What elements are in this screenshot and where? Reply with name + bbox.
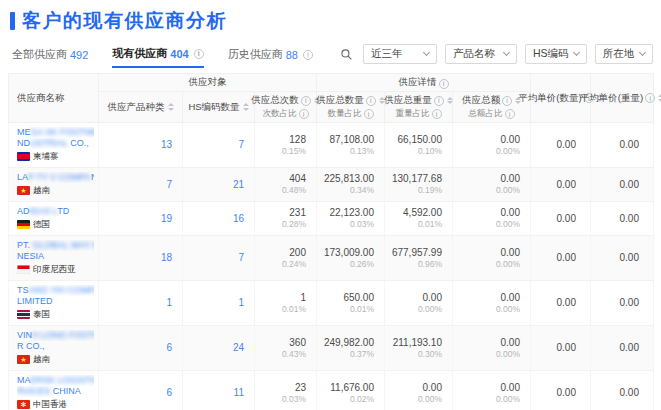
info-icon[interactable] (439, 79, 449, 89)
hs-count-link[interactable]: 1 (183, 280, 255, 325)
tab-label: 现有供应商 (112, 46, 167, 61)
supplier-country: 中国香港 (17, 399, 94, 410)
total-times-cell: 230.03% (255, 370, 317, 410)
info-icon[interactable] (432, 109, 442, 119)
sort-icon[interactable] (447, 97, 453, 105)
avg-price-qty-cell: 0.00 (531, 325, 591, 370)
location-select[interactable]: 所在地 (595, 44, 653, 64)
product-types-link[interactable]: 6 (99, 325, 183, 370)
product-types-link[interactable]: 6 (99, 370, 183, 410)
country-flag-icon (17, 355, 30, 364)
col-total-weight[interactable]: 供应总重量 重量占比 (385, 92, 453, 123)
info-icon[interactable] (645, 93, 655, 103)
supplier-name: PT. GLOBAL WAY INDO (17, 240, 94, 251)
info-icon[interactable] (303, 50, 313, 60)
hs-count-link[interactable]: 24 (183, 325, 255, 370)
product-types-link[interactable]: 7 (99, 167, 183, 201)
hs-count-link[interactable]: 16 (183, 201, 255, 235)
hs-count-link[interactable]: 11 (183, 370, 255, 410)
supplier-name-cell[interactable]: ADIDAS LTD德国 (9, 201, 99, 235)
toolbar: 全部供应商 492 现有供应商 404 历史供应商 88 近三年 产品名称 HS… (0, 34, 661, 68)
table-row[interactable]: LAP TY V COMPANY越南7214040.48%225,813.000… (9, 167, 654, 201)
product-name-value: 产品名称 (453, 47, 495, 61)
supplier-name-cell[interactable]: MAERSK LOGISTICS SERVICES CHINA中国香港 (9, 370, 99, 410)
product-name-select[interactable]: 产品名称 (445, 44, 517, 64)
tab-all-suppliers[interactable]: 全部供应商 492 (12, 46, 88, 68)
avg-price-qty-cell: 0.00 (531, 167, 591, 201)
tab-history-suppliers[interactable]: 历史供应商 88 (228, 46, 313, 68)
supplier-country: 越南 (17, 185, 94, 197)
hs-code-select[interactable]: HS编码 (525, 44, 587, 64)
info-icon[interactable] (299, 109, 309, 119)
total-weight-cell: 677,957.990.96% (385, 235, 453, 280)
chevron-down-icon (573, 49, 580, 56)
col-total-amount[interactable]: 供应总额 总额占比 (453, 92, 531, 123)
total-amount-cell: 0.000.00% (453, 201, 531, 235)
title-accent-bar (10, 12, 15, 30)
supplier-name: NDUSTRIAL CO., (17, 138, 94, 149)
avg-price-weight-cell: 0.00 (591, 167, 654, 201)
sort-icon[interactable] (515, 97, 521, 105)
total-weight-cell: 211,193.100.30% (385, 325, 453, 370)
info-icon[interactable] (434, 96, 444, 106)
col-total-times[interactable]: 供应总次数 次数占比 (255, 92, 317, 123)
supplier-name-cell[interactable]: MEGA SK FOOTWEAR INDUSTRIAL CO.,柬埔寨 (9, 123, 99, 168)
supplier-country: 泰国 (17, 309, 94, 321)
table-row[interactable]: TSANG YIH COMPANYLIMITED泰国1110.01%650.00… (9, 280, 654, 325)
total-qty-cell: 650.000.01% (317, 280, 385, 325)
time-range-select[interactable]: 近三年 (363, 44, 437, 64)
total-weight-cell: 0.000.00% (385, 280, 453, 325)
total-times-cell: 4040.48% (255, 167, 317, 201)
search-icon[interactable] (337, 45, 355, 63)
sort-icon[interactable] (168, 103, 174, 111)
table-row[interactable]: MEGA SK FOOTWEAR INDUSTRIAL CO.,柬埔寨13712… (9, 123, 654, 168)
product-types-link[interactable]: 1 (99, 280, 183, 325)
page-title: 客户的现有供应商分析 (22, 8, 227, 34)
info-icon[interactable] (366, 96, 376, 106)
supplier-name-cell[interactable]: VINH LONG FOOTWEAR CO.,越南 (9, 325, 99, 370)
info-icon[interactable] (301, 96, 311, 106)
hs-count-link[interactable]: 21 (183, 167, 255, 201)
col-avg-price-weight[interactable]: 平均单价(重量) (591, 74, 654, 123)
info-icon[interactable] (505, 109, 515, 119)
country-flag-icon (17, 265, 30, 274)
avg-price-qty-cell: 0.00 (531, 123, 591, 168)
table-row[interactable]: MAERSK LOGISTICS SERVICES CHINA中国香港61123… (9, 370, 654, 410)
supplier-country: 柬埔寨 (17, 151, 94, 163)
avg-price-weight-cell: 0.00 (591, 123, 654, 168)
info-icon[interactable] (502, 96, 512, 106)
info-icon[interactable] (364, 109, 374, 119)
supplier-name-cell[interactable]: PT. GLOBAL WAY INDONESIA印度尼西亚 (9, 235, 99, 280)
group-supply-detail: 供应详情 (317, 74, 531, 92)
product-types-link[interactable]: 18 (99, 235, 183, 280)
product-types-link[interactable]: 19 (99, 201, 183, 235)
chevron-down-icon (639, 49, 646, 56)
total-qty-cell: 173,009.000.26% (317, 235, 385, 280)
supplier-name-cell[interactable]: TSANG YIH COMPANYLIMITED泰国 (9, 280, 99, 325)
supplier-name: MAERSK LOGISTICS SE (17, 375, 94, 386)
location-value: 所在地 (603, 47, 635, 61)
table-row[interactable]: VINH LONG FOOTWEAR CO.,越南6243600.43%249,… (9, 325, 654, 370)
table-row[interactable]: ADIDAS LTD德国19162310.28%22,123.000.03%4,… (9, 201, 654, 235)
country-flag-icon (17, 310, 30, 319)
col-hs-count[interactable]: HS编码数量 (183, 92, 255, 123)
tab-current-suppliers[interactable]: 现有供应商 404 (112, 46, 203, 68)
avg-price-qty-cell: 0.00 (531, 201, 591, 235)
tab-label: 全部供应商 (12, 47, 67, 62)
sort-icon[interactable] (243, 103, 249, 111)
col-product-types[interactable]: 供应产品种类 (99, 92, 183, 123)
country-flag-icon (17, 152, 30, 161)
col-total-qty[interactable]: 供应总数量 数量占比 (317, 92, 385, 123)
total-qty-cell: 11,676.000.02% (317, 370, 385, 410)
supplier-name-cell[interactable]: LAP TY V COMPANY越南 (9, 167, 99, 201)
total-amount-cell: 0.000.00% (453, 123, 531, 168)
table-row[interactable]: PT. GLOBAL WAY INDONESIA印度尼西亚1872000.24%… (9, 235, 654, 280)
hs-count-link[interactable]: 7 (183, 235, 255, 280)
hs-count-link[interactable]: 7 (183, 123, 255, 168)
country-flag-icon (17, 400, 30, 409)
total-times-cell: 2000.24% (255, 235, 317, 280)
filter-bar: 近三年 产品名称 HS编码 所在地 (337, 44, 653, 68)
product-types-link[interactable]: 13 (99, 123, 183, 168)
tab-label: 历史供应商 (228, 47, 283, 62)
info-icon[interactable] (194, 49, 204, 59)
